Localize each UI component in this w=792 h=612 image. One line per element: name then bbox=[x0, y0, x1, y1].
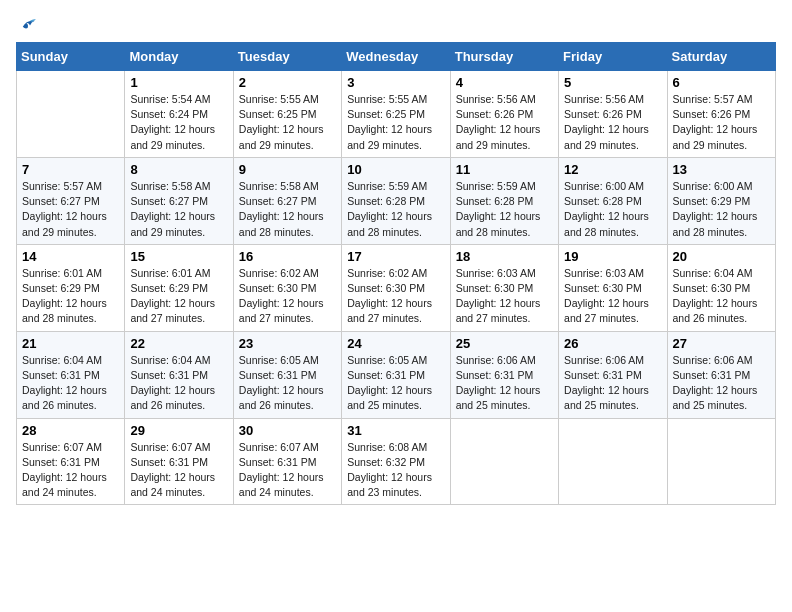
calendar-cell: 24Sunrise: 6:05 AM Sunset: 6:31 PM Dayli… bbox=[342, 331, 450, 418]
weekday-header-cell: Wednesday bbox=[342, 43, 450, 71]
calendar-cell: 10Sunrise: 5:59 AM Sunset: 6:28 PM Dayli… bbox=[342, 157, 450, 244]
calendar-row: 21Sunrise: 6:04 AM Sunset: 6:31 PM Dayli… bbox=[17, 331, 776, 418]
calendar-cell: 17Sunrise: 6:02 AM Sunset: 6:30 PM Dayli… bbox=[342, 244, 450, 331]
day-info: Sunrise: 6:04 AM Sunset: 6:31 PM Dayligh… bbox=[130, 353, 227, 414]
calendar-cell: 22Sunrise: 6:04 AM Sunset: 6:31 PM Dayli… bbox=[125, 331, 233, 418]
calendar-cell: 5Sunrise: 5:56 AM Sunset: 6:26 PM Daylig… bbox=[559, 71, 667, 158]
day-number: 16 bbox=[239, 249, 336, 264]
day-number: 14 bbox=[22, 249, 119, 264]
day-info: Sunrise: 6:01 AM Sunset: 6:29 PM Dayligh… bbox=[130, 266, 227, 327]
day-info: Sunrise: 6:03 AM Sunset: 6:30 PM Dayligh… bbox=[564, 266, 661, 327]
day-number: 3 bbox=[347, 75, 444, 90]
calendar-cell: 6Sunrise: 5:57 AM Sunset: 6:26 PM Daylig… bbox=[667, 71, 775, 158]
calendar-cell: 3Sunrise: 5:55 AM Sunset: 6:25 PM Daylig… bbox=[342, 71, 450, 158]
day-number: 17 bbox=[347, 249, 444, 264]
day-number: 28 bbox=[22, 423, 119, 438]
day-number: 13 bbox=[673, 162, 770, 177]
day-number: 24 bbox=[347, 336, 444, 351]
day-number: 11 bbox=[456, 162, 553, 177]
calendar-cell: 23Sunrise: 6:05 AM Sunset: 6:31 PM Dayli… bbox=[233, 331, 341, 418]
day-info: Sunrise: 5:55 AM Sunset: 6:25 PM Dayligh… bbox=[239, 92, 336, 153]
calendar-row: 28Sunrise: 6:07 AM Sunset: 6:31 PM Dayli… bbox=[17, 418, 776, 505]
calendar-row: 14Sunrise: 6:01 AM Sunset: 6:29 PM Dayli… bbox=[17, 244, 776, 331]
day-info: Sunrise: 5:54 AM Sunset: 6:24 PM Dayligh… bbox=[130, 92, 227, 153]
calendar-cell: 20Sunrise: 6:04 AM Sunset: 6:30 PM Dayli… bbox=[667, 244, 775, 331]
calendar-cell: 30Sunrise: 6:07 AM Sunset: 6:31 PM Dayli… bbox=[233, 418, 341, 505]
day-number: 4 bbox=[456, 75, 553, 90]
weekday-header-cell: Tuesday bbox=[233, 43, 341, 71]
logo bbox=[16, 16, 36, 34]
day-info: Sunrise: 6:02 AM Sunset: 6:30 PM Dayligh… bbox=[239, 266, 336, 327]
weekday-header-row: SundayMondayTuesdayWednesdayThursdayFrid… bbox=[17, 43, 776, 71]
day-info: Sunrise: 6:07 AM Sunset: 6:31 PM Dayligh… bbox=[130, 440, 227, 501]
day-number: 7 bbox=[22, 162, 119, 177]
calendar-row: 7Sunrise: 5:57 AM Sunset: 6:27 PM Daylig… bbox=[17, 157, 776, 244]
day-number: 25 bbox=[456, 336, 553, 351]
day-number: 8 bbox=[130, 162, 227, 177]
calendar-cell: 13Sunrise: 6:00 AM Sunset: 6:29 PM Dayli… bbox=[667, 157, 775, 244]
calendar-cell: 27Sunrise: 6:06 AM Sunset: 6:31 PM Dayli… bbox=[667, 331, 775, 418]
day-number: 19 bbox=[564, 249, 661, 264]
day-number: 29 bbox=[130, 423, 227, 438]
calendar-cell: 25Sunrise: 6:06 AM Sunset: 6:31 PM Dayli… bbox=[450, 331, 558, 418]
weekday-header-cell: Monday bbox=[125, 43, 233, 71]
day-info: Sunrise: 5:55 AM Sunset: 6:25 PM Dayligh… bbox=[347, 92, 444, 153]
calendar-table: SundayMondayTuesdayWednesdayThursdayFrid… bbox=[16, 42, 776, 505]
calendar-cell: 26Sunrise: 6:06 AM Sunset: 6:31 PM Dayli… bbox=[559, 331, 667, 418]
calendar-cell: 12Sunrise: 6:00 AM Sunset: 6:28 PM Dayli… bbox=[559, 157, 667, 244]
day-info: Sunrise: 6:03 AM Sunset: 6:30 PM Dayligh… bbox=[456, 266, 553, 327]
calendar-cell: 1Sunrise: 5:54 AM Sunset: 6:24 PM Daylig… bbox=[125, 71, 233, 158]
day-number: 20 bbox=[673, 249, 770, 264]
day-info: Sunrise: 6:01 AM Sunset: 6:29 PM Dayligh… bbox=[22, 266, 119, 327]
day-info: Sunrise: 6:05 AM Sunset: 6:31 PM Dayligh… bbox=[239, 353, 336, 414]
calendar-cell bbox=[667, 418, 775, 505]
calendar-cell: 21Sunrise: 6:04 AM Sunset: 6:31 PM Dayli… bbox=[17, 331, 125, 418]
day-number: 23 bbox=[239, 336, 336, 351]
day-info: Sunrise: 6:04 AM Sunset: 6:30 PM Dayligh… bbox=[673, 266, 770, 327]
day-info: Sunrise: 6:05 AM Sunset: 6:31 PM Dayligh… bbox=[347, 353, 444, 414]
day-number: 26 bbox=[564, 336, 661, 351]
day-number: 10 bbox=[347, 162, 444, 177]
weekday-header-cell: Friday bbox=[559, 43, 667, 71]
day-info: Sunrise: 5:57 AM Sunset: 6:27 PM Dayligh… bbox=[22, 179, 119, 240]
calendar-body: 1Sunrise: 5:54 AM Sunset: 6:24 PM Daylig… bbox=[17, 71, 776, 505]
day-info: Sunrise: 5:59 AM Sunset: 6:28 PM Dayligh… bbox=[347, 179, 444, 240]
day-number: 18 bbox=[456, 249, 553, 264]
day-number: 1 bbox=[130, 75, 227, 90]
calendar-cell bbox=[17, 71, 125, 158]
calendar-row: 1Sunrise: 5:54 AM Sunset: 6:24 PM Daylig… bbox=[17, 71, 776, 158]
day-number: 15 bbox=[130, 249, 227, 264]
header bbox=[16, 16, 776, 34]
calendar-cell: 4Sunrise: 5:56 AM Sunset: 6:26 PM Daylig… bbox=[450, 71, 558, 158]
day-info: Sunrise: 5:56 AM Sunset: 6:26 PM Dayligh… bbox=[456, 92, 553, 153]
day-info: Sunrise: 6:07 AM Sunset: 6:31 PM Dayligh… bbox=[22, 440, 119, 501]
calendar-cell: 19Sunrise: 6:03 AM Sunset: 6:30 PM Dayli… bbox=[559, 244, 667, 331]
day-number: 31 bbox=[347, 423, 444, 438]
day-number: 30 bbox=[239, 423, 336, 438]
day-info: Sunrise: 6:06 AM Sunset: 6:31 PM Dayligh… bbox=[673, 353, 770, 414]
calendar-cell: 8Sunrise: 5:58 AM Sunset: 6:27 PM Daylig… bbox=[125, 157, 233, 244]
calendar-cell: 15Sunrise: 6:01 AM Sunset: 6:29 PM Dayli… bbox=[125, 244, 233, 331]
calendar-cell: 11Sunrise: 5:59 AM Sunset: 6:28 PM Dayli… bbox=[450, 157, 558, 244]
day-number: 27 bbox=[673, 336, 770, 351]
calendar-cell: 31Sunrise: 6:08 AM Sunset: 6:32 PM Dayli… bbox=[342, 418, 450, 505]
day-info: Sunrise: 6:06 AM Sunset: 6:31 PM Dayligh… bbox=[564, 353, 661, 414]
day-number: 6 bbox=[673, 75, 770, 90]
day-number: 21 bbox=[22, 336, 119, 351]
day-number: 2 bbox=[239, 75, 336, 90]
day-info: Sunrise: 5:59 AM Sunset: 6:28 PM Dayligh… bbox=[456, 179, 553, 240]
calendar-cell bbox=[450, 418, 558, 505]
day-number: 5 bbox=[564, 75, 661, 90]
day-number: 22 bbox=[130, 336, 227, 351]
day-info: Sunrise: 6:00 AM Sunset: 6:28 PM Dayligh… bbox=[564, 179, 661, 240]
weekday-header-cell: Thursday bbox=[450, 43, 558, 71]
day-info: Sunrise: 6:06 AM Sunset: 6:31 PM Dayligh… bbox=[456, 353, 553, 414]
calendar-cell: 16Sunrise: 6:02 AM Sunset: 6:30 PM Dayli… bbox=[233, 244, 341, 331]
day-info: Sunrise: 6:02 AM Sunset: 6:30 PM Dayligh… bbox=[347, 266, 444, 327]
calendar-cell: 14Sunrise: 6:01 AM Sunset: 6:29 PM Dayli… bbox=[17, 244, 125, 331]
day-info: Sunrise: 6:00 AM Sunset: 6:29 PM Dayligh… bbox=[673, 179, 770, 240]
day-number: 9 bbox=[239, 162, 336, 177]
day-info: Sunrise: 5:57 AM Sunset: 6:26 PM Dayligh… bbox=[673, 92, 770, 153]
calendar-cell: 29Sunrise: 6:07 AM Sunset: 6:31 PM Dayli… bbox=[125, 418, 233, 505]
day-info: Sunrise: 6:08 AM Sunset: 6:32 PM Dayligh… bbox=[347, 440, 444, 501]
